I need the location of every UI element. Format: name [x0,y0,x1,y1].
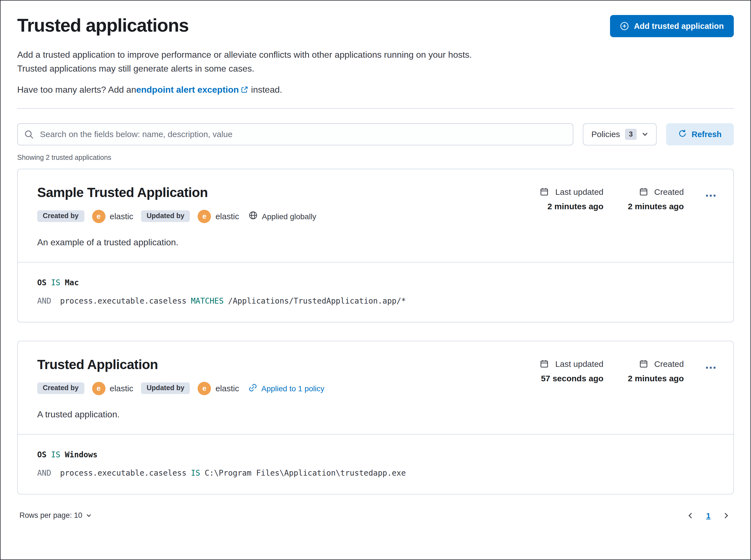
refresh-button[interactable]: Refresh [666,123,734,145]
external-link-icon [241,86,249,93]
condition-field: process.executable.caseless [60,296,186,305]
card-badges-row: Created by e elastic Updated by e elasti… [37,382,324,395]
rows-per-page-label: Rows per page: 10 [19,511,82,519]
created-value: 2 minutes ago [628,201,684,211]
os-field: OS [37,278,47,287]
chevron-down-icon [86,513,92,518]
alerts-hint-line: Have too many alerts? Add an endpoint al… [17,85,734,95]
plus-in-circle-icon [620,22,629,31]
previous-page-button[interactable] [685,510,696,521]
created-meta: Created 2 minutes ago [628,187,684,211]
rows-per-page-selector[interactable]: Rows per page: 10 [19,511,92,519]
last-updated-value: 57 seconds ago [541,373,604,383]
trusted-app-description: A trusted application. [37,409,324,419]
avatar: e [92,382,105,395]
add-trusted-application-button[interactable]: Add trusted application [610,15,734,37]
chevron-down-icon [641,131,648,137]
toolbar: Policies 3 Refresh [17,123,734,145]
next-page-button[interactable] [720,510,732,521]
updated-by-badge: Updated by [141,383,190,394]
created-by-user-chip: e elastic [92,209,133,223]
created-meta: Created 2 minutes ago [628,359,684,383]
boxes-horizontal-icon [706,362,715,371]
calendar-icon [540,359,549,368]
condition-connector: AND [37,468,51,477]
scope-indicator: Applied globally [249,211,316,221]
condition-section: OS IS Mac AND process.executable.caseles… [18,262,733,322]
card-actions-menu-button[interactable] [705,187,716,202]
condition-section: OS IS Windows AND process.executable.cas… [18,434,733,494]
search-icon [24,129,33,141]
policies-filter-dropdown[interactable]: Policies 3 [583,123,657,145]
trusted-app-card: Sample Trusted Application Created by e … [17,168,734,322]
card-meta: Last updated 2 minutes ago Created 2 min… [540,184,716,211]
trusted-app-card: Trusted Application Created by e elastic… [17,340,734,494]
search-box [17,123,574,145]
os-field: OS [37,450,47,459]
add-trusted-application-label: Add trusted application [634,22,724,31]
os-value: Mac [65,278,79,287]
last-updated-label: Last updated [555,359,604,368]
pagination: 1 [685,510,732,521]
link-icon [249,383,257,393]
applied-to-policy-link[interactable]: Applied to 1 policy [249,383,324,393]
updated-by-username: elastic [215,212,239,221]
created-label: Created [654,359,684,368]
page-title: Trusted applications [17,15,189,36]
calendar-icon [639,359,648,368]
table-footer: Rows per page: 10 1 [17,510,734,521]
refresh-icon [678,129,687,139]
created-by-username: elastic [110,383,133,393]
boxes-horizontal-icon [706,190,715,198]
condition-os-line: OS IS Mac [37,278,714,287]
search-input[interactable] [17,123,574,145]
condition-value: /Applications/TrustedApplication.app/* [228,296,406,305]
results-count-text: Showing 2 trusted applications [17,154,734,161]
calendar-icon [540,187,549,196]
condition-field: process.executable.caseless [60,468,186,477]
os-operator: IS [51,278,60,287]
condition-value: C:\Program Files\Application\trustedapp.… [204,468,406,477]
card-main-info: Sample Trusted Application Created by e … [37,184,316,247]
created-by-username: elastic [110,212,133,221]
header-divider [17,108,734,108]
scope-label: Applied to 1 policy [261,384,324,393]
trusted-app-title: Trusted Application [37,357,324,372]
card-actions-menu-button[interactable] [705,359,716,374]
card-badges-row: Created by e elastic Updated by e elasti… [37,209,316,223]
refresh-label: Refresh [692,129,722,138]
alerts-hint-suffix: instead. [251,85,282,95]
created-by-badge: Created by [37,211,84,222]
condition-entry-line: AND process.executable.caseless IS C:\Pr… [37,468,714,477]
updated-by-badge: Updated by [141,211,190,222]
last-updated-meta: Last updated 2 minutes ago [540,187,604,211]
scope-label: Applied globally [262,212,316,221]
avatar: e [198,382,211,395]
card-header: Sample Trusted Application Created by e … [18,169,733,262]
os-operator: IS [51,450,60,459]
condition-os-line: OS IS Windows [37,450,714,459]
condition-operator: MATCHES [191,296,224,305]
avatar: e [198,209,211,223]
endpoint-alert-exception-link[interactable]: endpoint alert exception [136,85,239,95]
page-number-1[interactable]: 1 [706,511,710,520]
page-header: Trusted applications Add trusted applica… [17,15,734,37]
card-main-info: Trusted Application Created by e elastic… [37,357,324,419]
updated-by-user-chip: e elastic [198,209,239,223]
updated-by-username: elastic [215,383,239,393]
condition-connector: AND [37,296,51,305]
alerts-hint-prefix: Have too many alerts? Add an [17,85,136,95]
condition-operator: IS [191,468,200,477]
globe-icon [249,211,257,221]
trusted-app-title: Sample Trusted Application [37,184,316,200]
updated-by-user-chip: e elastic [198,382,239,395]
calendar-icon [639,187,648,196]
last-updated-meta: Last updated 57 seconds ago [540,359,604,383]
created-label: Created [654,187,684,196]
card-meta: Last updated 57 seconds ago Created 2 mi… [540,357,716,383]
avatar: e [92,209,105,223]
page-description: Add a trusted application to improve per… [17,48,486,76]
created-value: 2 minutes ago [628,373,684,383]
last-updated-value: 2 minutes ago [548,201,604,211]
os-value: Windows [65,450,97,459]
